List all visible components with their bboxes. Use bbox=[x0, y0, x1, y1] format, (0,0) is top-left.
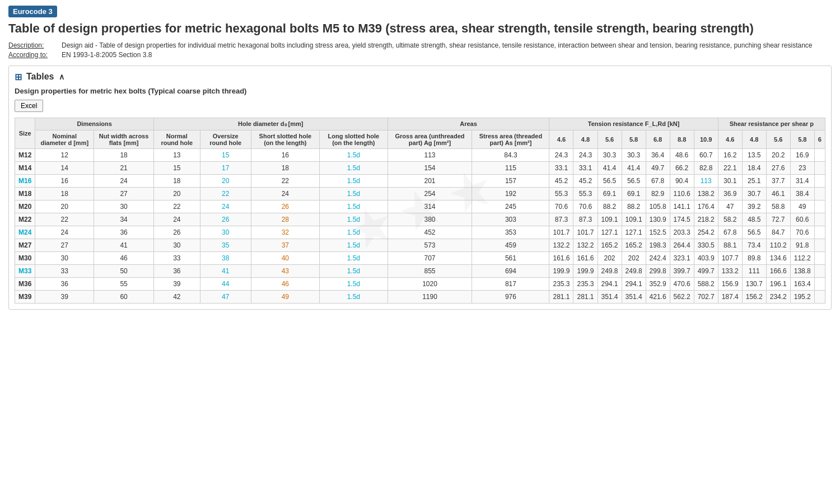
table-cell: 235.3 bbox=[573, 277, 598, 290]
table-cell: 127.1 bbox=[598, 226, 622, 239]
table-cell: 28 bbox=[251, 213, 319, 226]
table-cell: 1.5d bbox=[320, 213, 388, 226]
according-value: EN 1993-1-8:2005 Section 3.8 bbox=[62, 51, 152, 59]
chevron-up-icon[interactable]: ∧ bbox=[59, 72, 64, 81]
table-cell: 58.8 bbox=[766, 200, 790, 213]
table-cell: 88.1 bbox=[718, 239, 742, 251]
table-cell: 130.7 bbox=[742, 277, 766, 290]
table-cell: 330.5 bbox=[694, 239, 718, 251]
table-cell: 707 bbox=[388, 251, 472, 264]
table-cell: 138.2 bbox=[694, 187, 718, 200]
table-cell bbox=[814, 187, 825, 200]
table-cell: 165.2 bbox=[598, 239, 622, 251]
table-cell: 299.8 bbox=[646, 264, 670, 277]
table-cell: 1190 bbox=[388, 290, 472, 303]
table-cell: 27 bbox=[94, 187, 154, 200]
subh-s56: 5.6 bbox=[766, 130, 790, 148]
table-cell: 203.3 bbox=[670, 226, 694, 239]
table-cell: 49 bbox=[251, 290, 319, 303]
table-cell: 82.8 bbox=[694, 161, 718, 174]
table-cell: 20 bbox=[35, 200, 94, 213]
table-cell: 294.1 bbox=[622, 277, 646, 290]
table-cell: 42 bbox=[153, 290, 200, 303]
table-cell: 132.2 bbox=[573, 239, 598, 251]
table-cell: 84.7 bbox=[766, 226, 790, 239]
table-cell: 27.6 bbox=[766, 161, 790, 174]
table-cell: 1.5d bbox=[320, 161, 388, 174]
table-cell: M20 bbox=[15, 200, 35, 213]
table-cell: 254.2 bbox=[694, 226, 718, 239]
subh-s46: 4.6 bbox=[718, 130, 742, 148]
table-cell: M18 bbox=[15, 187, 35, 200]
subh-gross-area: Gross area (unthreaded part) Ag [mm²] bbox=[388, 130, 472, 148]
table-cell: 817 bbox=[472, 277, 549, 290]
table-cell: 561 bbox=[472, 251, 549, 264]
table-cell: 89.8 bbox=[742, 251, 766, 264]
table-cell: M14 bbox=[15, 161, 35, 174]
table-cell: 294.1 bbox=[598, 277, 622, 290]
table-cell: 30.7 bbox=[742, 187, 766, 200]
subh-t88: 8.8 bbox=[670, 130, 694, 148]
table-cell: 88.2 bbox=[598, 200, 622, 213]
table-cell bbox=[814, 148, 825, 161]
table-cell: 264.4 bbox=[670, 239, 694, 251]
subh-s48: 4.8 bbox=[742, 130, 766, 148]
subh-t58: 5.8 bbox=[622, 130, 646, 148]
table-cell: 37.7 bbox=[766, 174, 790, 187]
table-cell: 90.4 bbox=[670, 174, 694, 187]
data-table: Size Dimensions Hole diameter d₀ [mm] Ar… bbox=[15, 118, 825, 304]
table-cell: 380 bbox=[388, 213, 472, 226]
table-cell: 101.7 bbox=[573, 226, 598, 239]
table-cell: 48.5 bbox=[742, 213, 766, 226]
table-cell: 41.4 bbox=[598, 161, 622, 174]
table-cell: 45.2 bbox=[573, 174, 598, 187]
table-cell bbox=[814, 213, 825, 226]
col-size: Size bbox=[15, 118, 35, 148]
table-cell: 56.5 bbox=[622, 174, 646, 187]
excel-button[interactable]: Excel bbox=[15, 100, 43, 112]
tables-header-label: Tables bbox=[26, 72, 54, 82]
table-cell: 41 bbox=[94, 239, 154, 251]
table-cell: 130.9 bbox=[646, 213, 670, 226]
table-cell: 41.4 bbox=[622, 161, 646, 174]
table-cell: 33 bbox=[153, 251, 200, 264]
table-cell: 30 bbox=[94, 200, 154, 213]
table-cell: M36 bbox=[15, 277, 35, 290]
table-cell: 1.5d bbox=[320, 277, 388, 290]
table-cell: 22 bbox=[200, 187, 251, 200]
table-cell: 87.3 bbox=[549, 213, 573, 226]
table-cell: 30.3 bbox=[598, 148, 622, 161]
table-cell: 138.8 bbox=[790, 264, 814, 277]
table-cell: 109.1 bbox=[598, 213, 622, 226]
table-cell: 249.8 bbox=[622, 264, 646, 277]
table-cell bbox=[814, 226, 825, 239]
table-cell: 36 bbox=[35, 277, 94, 290]
table-cell: 30 bbox=[153, 239, 200, 251]
table-cell: M12 bbox=[15, 148, 35, 161]
table-cell: 113 bbox=[388, 148, 472, 161]
subh-t68: 6.8 bbox=[646, 130, 670, 148]
table-cell: 15 bbox=[200, 148, 251, 161]
table-cell: 24 bbox=[251, 187, 319, 200]
table-cell: M30 bbox=[15, 251, 35, 264]
table-cell: 470.6 bbox=[670, 277, 694, 290]
table-cell: 43 bbox=[251, 264, 319, 277]
table-cell: 187.4 bbox=[718, 290, 742, 303]
table-cell: 41 bbox=[200, 264, 251, 277]
table-cell: 202 bbox=[598, 251, 622, 264]
table-cell: 499.7 bbox=[694, 264, 718, 277]
table-cell: 39.2 bbox=[742, 200, 766, 213]
table-cell: 16 bbox=[35, 174, 94, 187]
table-cell: 18 bbox=[153, 174, 200, 187]
table-cell: 60.7 bbox=[694, 148, 718, 161]
table-cell: 55.3 bbox=[549, 187, 573, 200]
table-cell bbox=[814, 161, 825, 174]
table-cell: 46.1 bbox=[766, 187, 790, 200]
subh-short-slotted: Short slotted hole (on the length) bbox=[251, 130, 319, 148]
table-cell: 20.2 bbox=[766, 148, 790, 161]
table-cell: 38.4 bbox=[790, 187, 814, 200]
table-cell: 30.1 bbox=[718, 174, 742, 187]
table-cell: 40 bbox=[251, 251, 319, 264]
table-cell: 22.1 bbox=[718, 161, 742, 174]
table-cell: 166.6 bbox=[766, 264, 790, 277]
